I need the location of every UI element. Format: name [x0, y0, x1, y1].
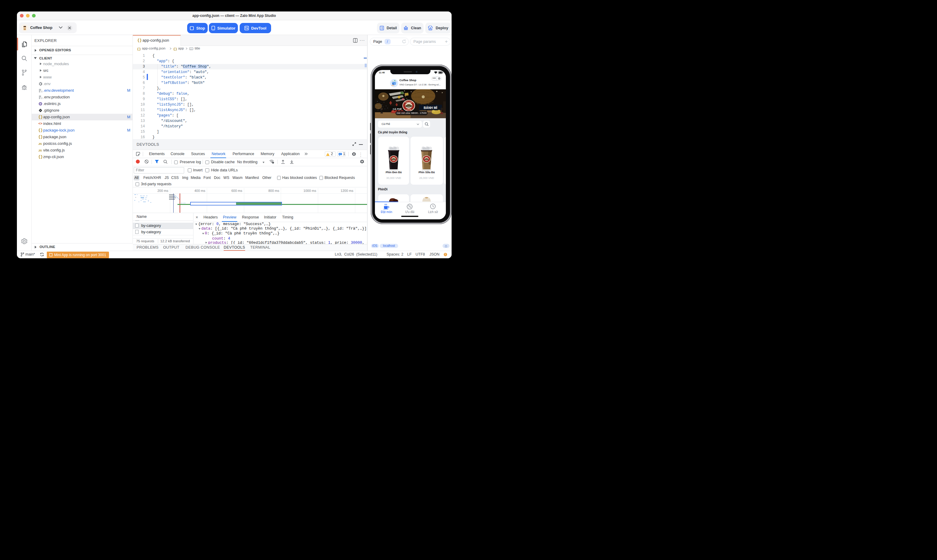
svg-text:CÀ PHÊ: CÀ PHÊ — [393, 108, 402, 111]
svg-text:HIGHLANDS: HIGHLANDS — [405, 102, 412, 103]
svg-text:BÁNH MÌ: BÁNH MÌ — [424, 106, 438, 109]
svg-text:COFFEE: COFFEE — [406, 109, 411, 110]
svg-text:abc: abc — [190, 48, 193, 50]
